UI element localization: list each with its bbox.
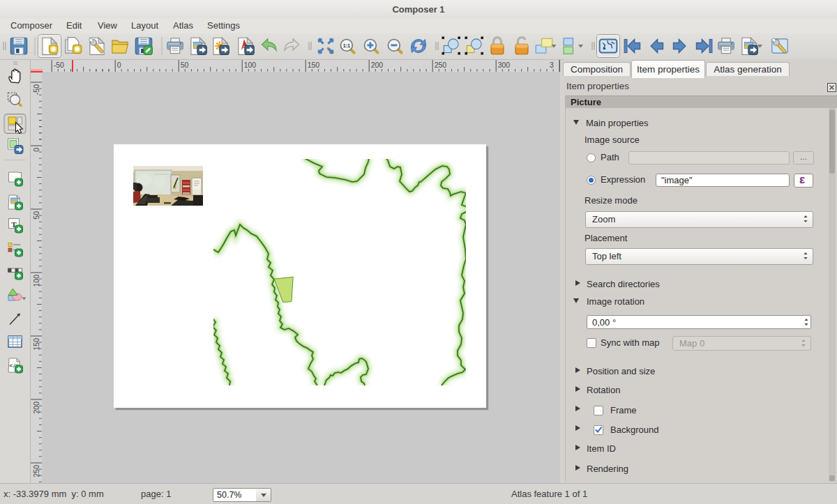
svg-text:250: 250: [435, 61, 447, 69]
svg-text:150: 150: [308, 61, 320, 69]
svg-text:1:1: 1:1: [343, 43, 351, 49]
svg-text:-50: -50: [32, 84, 40, 95]
svg-text:-50: -50: [54, 61, 64, 69]
svg-text:3: 3: [550, 61, 554, 69]
svg-text:0: 0: [117, 61, 121, 69]
svg-text:300: 300: [498, 61, 511, 69]
svg-text:100: 100: [244, 61, 257, 69]
svg-text:200: 200: [371, 61, 384, 69]
svg-text:0: 0: [32, 148, 40, 152]
svg-text:50: 50: [181, 61, 189, 69]
